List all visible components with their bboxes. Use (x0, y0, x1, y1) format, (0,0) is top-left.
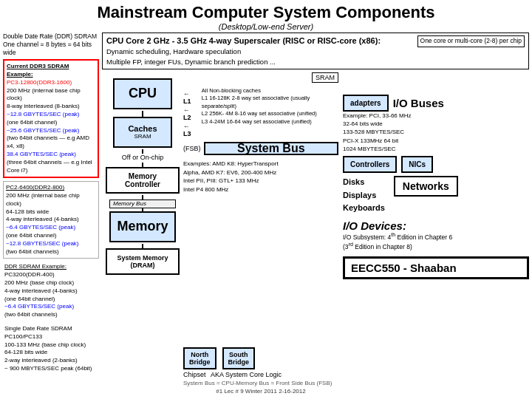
cache-detail-3: L3 4-24M 16-64 way set associative (unif… (202, 118, 338, 126)
diag-mid-col: SRAM ← L1 ← L2 ← L3 All Non-blocking cac… (183, 72, 338, 395)
sram-badge: SRAM (312, 72, 338, 83)
sys-memory-label: System Memory (DRAM) (117, 254, 168, 269)
cache-detail-0: All Non-blocking caches (202, 87, 338, 95)
sidebar: Double Date Rate (DDR) SDRAM One channel… (3, 33, 99, 395)
ddr3-item-6: (two 64bit channels — e.g AMD x4, x8) (7, 134, 95, 151)
ddr2-item-1: 64-128 bits wide (6, 208, 96, 216)
mid-spacer (183, 194, 338, 347)
aka-label: AKA System Core Logic (211, 371, 282, 378)
fsb-label: (FSB) (183, 145, 201, 152)
sidebar-ddr3: Current DDR3 SDRAM Example: PC3-12800(DD… (3, 59, 99, 178)
memory-bus-bar: Memory Bus (109, 200, 176, 208)
ddr2-item-4: (one 64bit channel) (6, 232, 96, 240)
ddr3-heading: Current DDR3 SDRAM Example: (7, 63, 95, 79)
content-row: Double Date Rate (DDR) SDRAM One channel… (3, 33, 529, 395)
ddr2-item-6: (two 64bit channels) (6, 248, 96, 256)
memory-controller-label: Memory Controller (125, 172, 160, 188)
ddr2-item-0: 200 MHz (internal base chip clock) (6, 192, 96, 208)
disk-item-2: Keyboards (343, 202, 385, 215)
sdram-item-3: 64-128 bits wide (4, 349, 98, 357)
north-bridge-label: North Bridge (189, 351, 211, 366)
hyper-line-2: Intel PII, PIII: GTL+ 133 MHz (183, 177, 338, 185)
fsb-bottom: System Bus = CPU-Memory Bus = Front Side… (183, 380, 338, 386)
sidebar-ddr: DDR SDRAM Example: PC3200(DDR-400) 200 M… (3, 262, 99, 321)
io-sub-0: I/O Subsystem: 4th Edition in Chapter 6 (343, 232, 529, 242)
caches-box: Caches SRAM (113, 117, 172, 148)
ddr-item-0: PC3200(DDR-400) (4, 271, 98, 279)
l3-arrow: ← L3 (183, 123, 199, 137)
disk-item-1: Displays (343, 189, 385, 202)
ddr3-item-0: PC3-12800(DDR3-1600) (7, 79, 95, 87)
ddr3-item-1: 200 MHz (internal base chip clock) (7, 87, 95, 103)
sdram-item-5: ~ 900 MBYTES/SEC peak (64bit) (4, 365, 98, 373)
io-ex-4: 1024 MBYTES/SEC (343, 145, 529, 153)
cpu-box: CPU (113, 78, 172, 109)
sidebar-sdram: Single Date Rate SDRAM PC100/PC133 100-1… (3, 324, 99, 375)
io-ex-2: 133-528 MBYTES/SEC (343, 128, 529, 136)
networks-box: Networks (394, 176, 458, 197)
sram-sub-label: SRAM (134, 133, 151, 140)
cache-detail: All Non-blocking caches L1 16-128K 2-8 w… (202, 87, 338, 126)
io-devices-area: I/O Devices: I/O Subsystem: 4th Edition … (343, 219, 529, 252)
sdram-item-4: 2-way interleaved (2-banks) (4, 357, 98, 365)
ddr2-item-3: ~6.4 GBYTES/SEC (peak) (6, 224, 96, 232)
bridges-area: North Bridge South Bridge Chipset AKA Sy… (183, 347, 338, 395)
chipset-row: Chipset AKA System Core Logic (183, 371, 338, 378)
ddr-item-2: 4-way interleaved (4-banks) (4, 287, 98, 296)
chip-badge: One core or multi-core (2-8) per chip (417, 35, 525, 47)
subtitle: (Desktop/Low-end Server) (3, 22, 529, 31)
l-labels-col: ← L1 ← L2 ← L3 (183, 90, 199, 137)
eecc-box: EECC550 - Shaaban (343, 256, 529, 279)
sdram-item-0: Single Date Rate SDRAM (4, 325, 98, 333)
io-ex-0: Example: PCI, 33-66 MHz (343, 112, 529, 120)
sdram-item-1: PC100/PC133 (4, 333, 98, 341)
sdram-item-2: 100-133 MHz (base chip clock) (4, 341, 98, 349)
diag-right-col: adapters I/O Buses Example: PCI, 33-66 M… (338, 72, 529, 395)
system-bus-row: (FSB) System Bus (183, 140, 338, 157)
hyper-line-1: Alpha, AMD K7: EV6, 200-400 MHz (183, 168, 338, 177)
sys-memory-box: System Memory (DRAM) (106, 248, 180, 275)
system-bus-bar: System Bus (204, 142, 339, 155)
hyper-line-3: Intel P4 800 MHz (183, 185, 338, 194)
cpu-title: CPU Core 2 GHz - 3.5 GHz 4-way Superscal… (106, 36, 381, 45)
page: Mainstream Computer System Components (D… (0, 0, 532, 399)
memory-controller-box: Memory Controller (106, 167, 180, 194)
bridges-row: North Bridge South Bridge (183, 347, 338, 369)
cpu-info: One core or multi-core (2-8) per chip CP… (102, 33, 529, 69)
disks-networks-row: Disks Displays Keyboards Networks (343, 176, 529, 215)
ddr-item-1: 200 MHz (base chip clock) (4, 279, 98, 287)
nics-box: NICs (401, 156, 433, 173)
memory-bus-label: Memory Bus (113, 200, 146, 207)
title-area: Mainstream Computer System Components (D… (3, 3, 529, 31)
controllers-box: Controllers (343, 156, 397, 173)
io-buses-label: I/O Buses (393, 97, 444, 109)
main-title: Mainstream Computer System Components (3, 3, 529, 22)
cpu-features-0: Dynamic scheduling, Hardware speculation (106, 47, 241, 55)
eecc-area: EECC550 - Shaaban (343, 256, 529, 279)
chipset-label: Chipset (183, 371, 206, 378)
ddr-item-3: (one 64bit channel) (4, 296, 98, 304)
sidebar-ddr2: PC2-6400(DDR2-800) 200 MHz (internal bas… (3, 181, 99, 259)
ddr-item-4: ~6.4 GBYTES/SEC (peak) (4, 303, 98, 311)
main-content: One core or multi-core (2-8) per chip CP… (102, 33, 529, 395)
cache-detail-2: L2 256K- 4M 8-16 way set associative (un… (202, 110, 338, 118)
cpu-caches-connector (142, 111, 143, 117)
ddr2-item-5: ~12.8 GBYTES/SEC (peak) (6, 240, 96, 248)
caches-label: Caches (128, 124, 157, 133)
ddr-heading: DDR SDRAM Example: (4, 263, 98, 271)
l1-arrow: ← L1 (183, 90, 199, 105)
ddr3-item-5: ~25.6 GBYTES/SEC (peak) (7, 127, 95, 135)
south-bridge-box: South Bridge (222, 347, 256, 369)
ddr-item-5: (two 64bit channels) (4, 311, 98, 319)
ddr3-item-2: 8-way interleaved (8-banks) (7, 103, 95, 111)
l2-arrow: ← L2 (183, 106, 199, 121)
io-buses-example: Example: PCI, 33-66 MHz 32-64 bits wide … (343, 112, 529, 153)
io-subsystem: I/O Subsystem: 4th Edition in Chapter 6 … (343, 232, 529, 252)
sidebar-top: Double Date Rate (DDR) SDRAM One channel… (3, 33, 99, 57)
ddr3-item-3: ~12.8 GBYTES/SEC (peak) (7, 111, 95, 119)
cpu-features-1: Multiple FP, integer FUs, Dynamic branch… (106, 58, 276, 66)
south-bridge-label: South Bridge (228, 351, 250, 366)
sram-badge-row: SRAM (183, 72, 338, 86)
memory-box: Memory (109, 211, 176, 242)
disks-col: Disks Displays Keyboards (343, 176, 385, 215)
